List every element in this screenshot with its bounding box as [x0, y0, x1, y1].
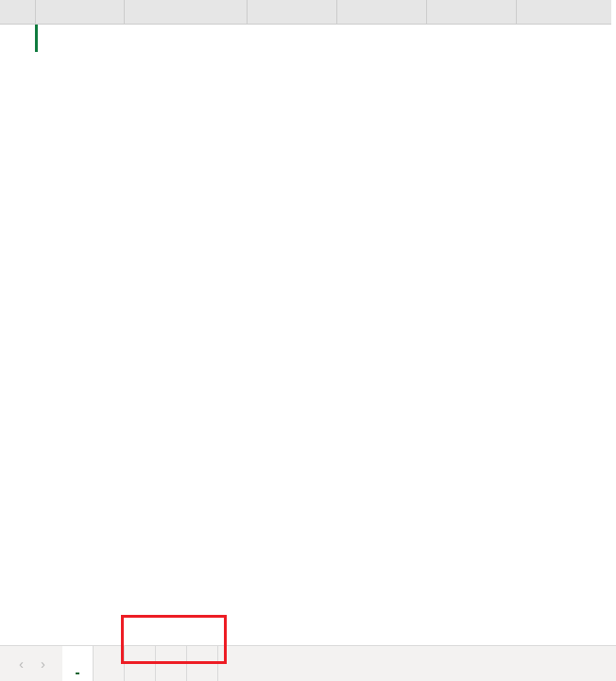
- sheet-tab-q3[interactable]: [156, 646, 187, 681]
- sheet-tab-bar: ‹ ›: [0, 645, 616, 681]
- active-row-marker: [35, 25, 38, 52]
- sheet-tabs: [62, 646, 218, 681]
- col-header-B[interactable]: [125, 0, 248, 25]
- tab-nav-arrows: ‹ ›: [0, 646, 62, 681]
- sheet-tab-q2[interactable]: [125, 646, 156, 681]
- column-header-row: [0, 0, 616, 25]
- col-header-E[interactable]: [427, 0, 517, 25]
- sheet-tab-q1[interactable]: [94, 646, 125, 681]
- tab-prev-icon[interactable]: ‹: [19, 655, 24, 672]
- col-header-A[interactable]: [36, 0, 125, 25]
- sheet-tab-q4[interactable]: [187, 646, 218, 681]
- col-header-F[interactable]: [517, 0, 611, 25]
- col-header-D[interactable]: [337, 0, 427, 25]
- sheet-tab-summary[interactable]: [62, 646, 94, 681]
- select-all-corner[interactable]: [0, 0, 36, 25]
- spreadsheet-grid: [0, 0, 616, 25]
- tab-next-icon[interactable]: ›: [41, 655, 45, 672]
- col-header-C[interactable]: [248, 0, 337, 25]
